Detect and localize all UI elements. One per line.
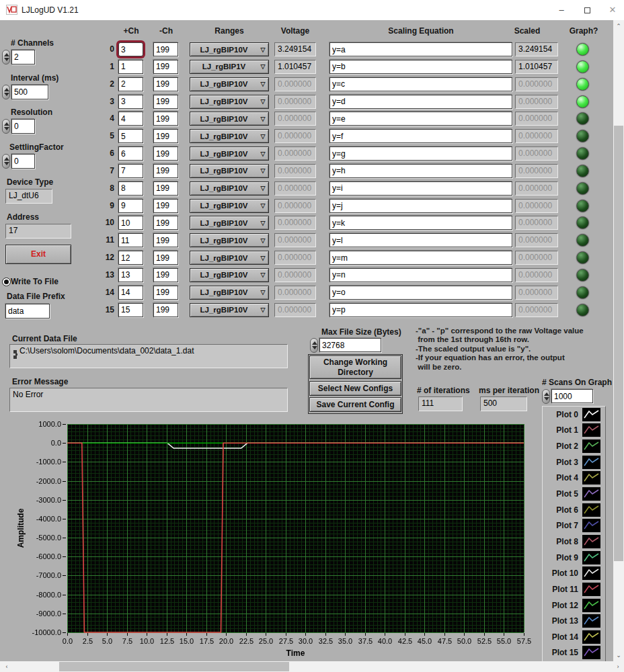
waveform-graph[interactable] (12, 414, 537, 665)
scroll-right-icon[interactable]: › (613, 663, 623, 670)
legend-item[interactable]: Plot 3 (543, 454, 605, 470)
neg-channel-input[interactable] (153, 60, 178, 74)
range-dropdown[interactable]: LJ_rgBIP10V ▽ (190, 146, 269, 161)
range-dropdown[interactable]: LJ_rgBIP10V ▽ (190, 77, 269, 91)
neg-channel-input[interactable] (153, 216, 178, 230)
neg-channel-input[interactable] (153, 251, 178, 265)
graph-led[interactable] (576, 269, 589, 282)
settling-stepper[interactable] (2, 154, 10, 169)
range-dropdown[interactable]: LJ_rgBIP10V ▽ (190, 129, 269, 143)
range-dropdown[interactable]: LJ_rgBIP10V ▽ (190, 42, 269, 56)
graph-led[interactable] (576, 78, 589, 91)
scaling-equation-input[interactable] (329, 129, 512, 143)
pos-channel-input[interactable] (118, 164, 143, 178)
select-new-configs-button[interactable]: Select New Configs (309, 381, 401, 396)
scaling-equation-input[interactable] (329, 268, 512, 282)
scaling-equation-input[interactable] (329, 95, 512, 109)
graph-led[interactable] (576, 130, 589, 142)
scaling-equation-input[interactable] (329, 251, 512, 265)
scaling-equation-input[interactable] (329, 199, 512, 213)
graph-led[interactable] (576, 200, 589, 212)
legend-item[interactable]: Plot 14 (543, 629, 605, 645)
neg-channel-input[interactable] (153, 42, 178, 56)
channels-stepper[interactable] (2, 50, 10, 65)
save-current-config-button[interactable]: Save Current Config (309, 397, 401, 412)
graph-led[interactable] (576, 182, 589, 195)
scroll-left-icon[interactable]: ‹ (1, 663, 12, 670)
max-file-size-stepper[interactable] (310, 338, 318, 353)
neg-channel-input[interactable] (153, 303, 178, 317)
legend-item[interactable]: Plot 4 (543, 470, 605, 487)
scaling-equation-input[interactable] (329, 216, 512, 230)
interval-input[interactable] (11, 85, 48, 99)
vertical-scrollbar[interactable]: ⌃ ⌄ (613, 20, 624, 661)
settling-factor-input[interactable] (11, 154, 35, 169)
scans-stepper[interactable] (542, 389, 550, 404)
legend-item[interactable]: Plot 1 (543, 423, 605, 439)
legend-item[interactable]: Plot 11 (543, 581, 605, 597)
legend-item[interactable]: Plot 13 (543, 613, 605, 629)
graph-led[interactable] (576, 286, 589, 299)
neg-channel-input[interactable] (153, 146, 178, 161)
range-dropdown[interactable]: LJ_rgBIP10V ▽ (190, 199, 269, 213)
legend-item[interactable]: Plot 6 (543, 502, 605, 518)
scaling-equation-input[interactable] (329, 233, 512, 247)
pos-channel-input[interactable] (118, 251, 143, 265)
minimize-button[interactable]: – (550, 0, 573, 20)
pos-channel-input[interactable] (118, 303, 143, 317)
close-button[interactable]: ✕ (601, 0, 624, 20)
neg-channel-input[interactable] (153, 286, 178, 300)
resolution-input[interactable] (11, 119, 35, 134)
neg-channel-input[interactable] (153, 129, 178, 143)
range-dropdown[interactable]: LJ_rgBIP10V ▽ (190, 181, 269, 196)
legend-item[interactable]: Plot 2 (543, 438, 605, 454)
graph-led[interactable] (576, 165, 589, 177)
range-dropdown[interactable]: LJ_rgBIP10V ▽ (190, 164, 269, 178)
scaling-equation-input[interactable] (329, 60, 512, 74)
scaling-equation-input[interactable] (329, 112, 512, 126)
pos-channel-input[interactable] (118, 233, 143, 247)
range-dropdown[interactable]: LJ_rgBIP10V ▽ (190, 95, 269, 109)
range-dropdown[interactable]: LJ_rgBIP1V ▽ (190, 60, 269, 74)
graph-led[interactable] (576, 95, 589, 108)
pos-channel-input[interactable] (118, 181, 143, 196)
range-dropdown[interactable]: LJ_rgBIP10V ▽ (190, 286, 269, 300)
scaling-equation-input[interactable] (329, 181, 512, 196)
legend-item[interactable]: Plot 15 (543, 645, 605, 661)
graph-led[interactable] (576, 43, 589, 56)
neg-channel-input[interactable] (153, 268, 178, 282)
maximize-button[interactable] (576, 0, 598, 20)
graph-led[interactable] (576, 147, 589, 160)
graph-led[interactable] (576, 216, 589, 229)
change-working-directory-button[interactable]: Change Working Directory (309, 355, 401, 379)
range-dropdown[interactable]: LJ_rgBIP10V ▽ (190, 268, 269, 282)
range-dropdown[interactable]: LJ_rgBIP10V ▽ (190, 303, 269, 317)
pos-channel-input[interactable] (118, 112, 143, 126)
scaling-equation-input[interactable] (329, 146, 512, 161)
max-file-size-input[interactable] (319, 338, 381, 352)
write-to-file-radio[interactable] (2, 278, 11, 286)
vertical-scrollbar-thumb[interactable] (614, 126, 623, 561)
pos-channel-input[interactable] (118, 216, 143, 230)
graph-led[interactable] (576, 251, 589, 264)
legend-item[interactable]: Plot 7 (543, 517, 605, 534)
pos-channel-input[interactable] (118, 95, 143, 109)
graph-led[interactable] (576, 112, 589, 125)
scroll-up-icon[interactable]: ⌃ (613, 23, 624, 30)
scaling-equation-input[interactable] (329, 77, 512, 91)
legend-item[interactable]: Plot 9 (543, 550, 605, 566)
resolution-stepper[interactable] (2, 119, 10, 134)
pos-channel-input[interactable] (118, 77, 143, 91)
scaling-equation-input[interactable] (329, 164, 512, 178)
neg-channel-input[interactable] (153, 77, 178, 91)
legend-item[interactable]: Plot 0 (543, 407, 605, 423)
neg-channel-input[interactable] (153, 95, 178, 109)
range-dropdown[interactable]: LJ_rgBIP10V ▽ (190, 233, 269, 247)
legend-item[interactable]: Plot 5 (543, 486, 605, 502)
range-dropdown[interactable]: LJ_rgBIP10V ▽ (190, 251, 269, 265)
pos-channel-input[interactable] (118, 42, 143, 56)
legend-item[interactable]: Plot 12 (543, 597, 605, 614)
pos-channel-input[interactable] (118, 286, 143, 300)
scroll-down-icon[interactable]: ⌄ (613, 652, 624, 659)
pos-channel-input[interactable] (118, 60, 143, 74)
